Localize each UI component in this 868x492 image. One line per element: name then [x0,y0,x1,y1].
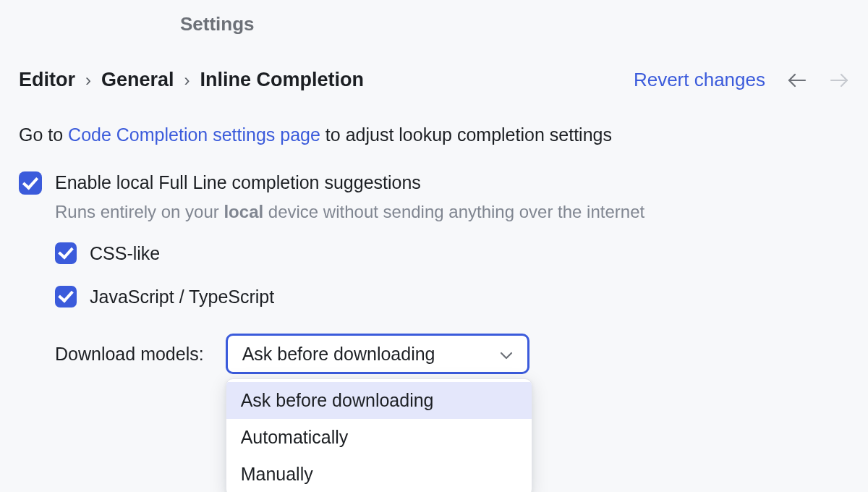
info-suffix: to adjust lookup completion settings [320,124,612,145]
header-row: Editor › General › Inline Completion Rev… [19,69,849,91]
breadcrumb-separator: › [184,70,190,90]
enable-full-line-description: Runs entirely on your local device witho… [55,202,849,222]
download-models-row: Download models: Ask before downloading … [55,334,849,374]
breadcrumb-separator: › [85,70,91,90]
code-completion-settings-link[interactable]: Code Completion settings page [68,124,320,145]
js-ts-checkbox[interactable] [55,286,77,308]
forward-arrow-icon [829,70,849,90]
js-ts-label: JavaScript / TypeScript [90,284,274,309]
page-title: Settings [180,13,849,35]
css-like-label: CSS-like [90,241,160,266]
breadcrumb-general[interactable]: General [101,69,174,91]
info-prefix: Go to [19,124,68,145]
download-models-label: Download models: [55,344,204,365]
download-models-select[interactable]: Ask before downloading [226,334,529,374]
info-line: Go to Code Completion settings page to a… [19,124,849,145]
chevron-down-icon [500,344,513,364]
revert-changes-link[interactable]: Revert changes [634,69,765,91]
breadcrumb-inline-completion[interactable]: Inline Completion [200,69,365,91]
dropdown-option-auto[interactable]: Automatically [226,419,532,456]
download-models-dropdown: Ask before downloading Automatically Man… [226,378,532,492]
enable-full-line-row: Enable local Full Line completion sugges… [19,170,849,195]
dropdown-option-manual[interactable]: Manually [226,456,532,492]
breadcrumb: Editor › General › Inline Completion [19,69,364,91]
enable-full-line-checkbox[interactable] [19,171,42,195]
css-like-checkbox[interactable] [55,242,77,264]
js-ts-row: JavaScript / TypeScript [55,284,849,309]
css-like-row: CSS-like [55,241,849,266]
breadcrumb-editor[interactable]: Editor [19,69,75,91]
download-models-value: Ask before downloading [242,344,435,365]
language-checklist: CSS-like JavaScript / TypeScript [55,241,849,309]
enable-full-line-label: Enable local Full Line completion sugges… [55,170,421,195]
back-arrow-icon[interactable] [787,70,807,90]
header-actions: Revert changes [634,69,849,91]
dropdown-option-ask[interactable]: Ask before downloading [226,382,532,419]
